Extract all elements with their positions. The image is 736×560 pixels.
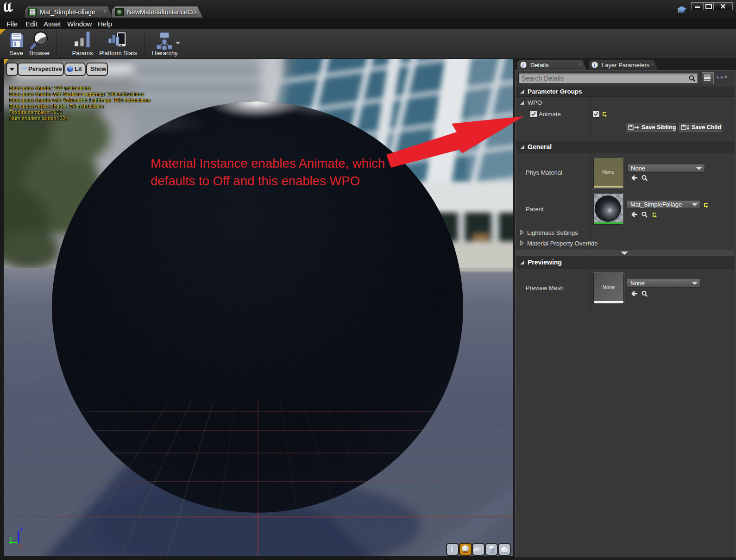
svg-text:Z: Z <box>20 528 23 532</box>
svg-text:x: x <box>19 544 22 548</box>
svg-text:Y: Y <box>9 536 13 541</box>
